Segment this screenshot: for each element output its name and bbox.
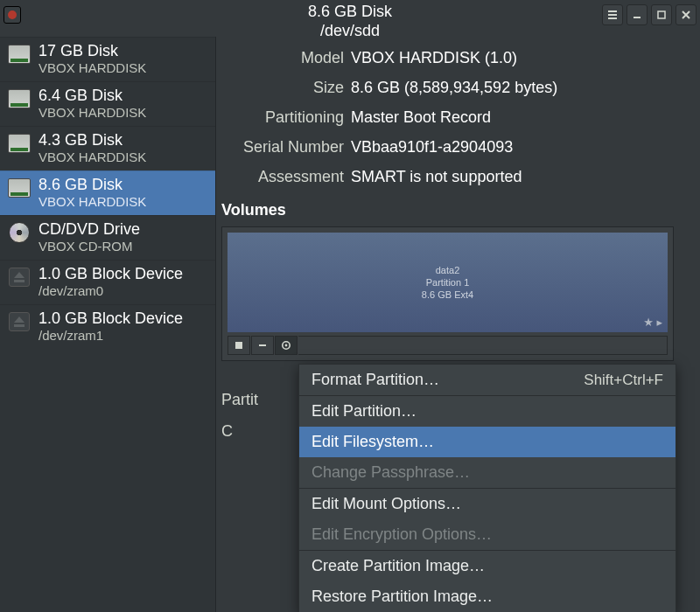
menu-label: Change Passphrase…	[312, 463, 470, 482]
volumes-box: data2 Partition 1 8.6 GB Ext4 ★ ▸	[221, 226, 674, 361]
unmount-button[interactable]	[228, 336, 250, 355]
device-item[interactable]: 6.4 GB DiskVBOX HARDDISK	[0, 81, 215, 126]
device-sub: VBOX HARDDISK	[38, 149, 146, 166]
svg-point-3	[285, 344, 288, 347]
partitioning-value: Master Boot Record	[351, 105, 674, 129]
titlebar: 8.6 GB Disk /dev/sdd	[0, 0, 700, 30]
size-value: 8.6 GB (8,589,934,592 bytes)	[351, 75, 674, 100]
device-sub: VBOX CD-ROM	[38, 238, 140, 255]
device-text: CD/DVD DriveVBOX CD-ROM	[38, 220, 140, 255]
title-line1: 8.6 GB Disk	[308, 2, 392, 21]
device-title: CD/DVD Drive	[38, 220, 140, 238]
menu-restore-partition-image[interactable]: Restore Partition Image…	[299, 581, 676, 612]
eject-icon	[7, 267, 32, 288]
device-item[interactable]: CD/DVD DriveVBOX CD-ROM	[0, 215, 215, 260]
device-title: 4.3 GB Disk	[38, 131, 146, 149]
device-title: 6.4 GB Disk	[38, 87, 146, 104]
assessment-value: SMART is not supported	[351, 164, 674, 189]
eject-icon	[7, 311, 32, 332]
menu-edit-mount-options[interactable]: Edit Mount Options…	[299, 488, 676, 519]
close-button[interactable]	[676, 4, 696, 25]
volume-options-button[interactable]	[275, 336, 298, 355]
device-item[interactable]: 4.3 GB DiskVBOX HARDDISK	[0, 126, 215, 170]
toolbar-spacer	[298, 336, 668, 355]
hdd-icon	[7, 133, 32, 154]
cd-icon	[7, 222, 32, 243]
size-label: Size	[221, 75, 344, 100]
menu-edit-encryption-options: Edit Encryption Options…	[299, 519, 676, 550]
drive-properties: Model VBOX HARDDISK (1.0) Size 8.6 GB (8…	[221, 45, 674, 189]
delete-button[interactable]	[251, 336, 274, 355]
device-text: 8.6 GB DiskVBOX HARDDISK	[38, 176, 146, 211]
partitioning-label: Partitioning	[221, 105, 344, 129]
device-title: 1.0 GB Block Device	[38, 309, 183, 327]
device-sub: VBOX HARDDISK	[38, 59, 146, 77]
star-icon: ★ ▸	[643, 316, 662, 329]
menu-edit-filesystem[interactable]: Edit Filesystem…	[299, 427, 676, 457]
device-title: 8.6 GB Disk	[38, 176, 146, 193]
hdd-icon	[7, 44, 32, 65]
device-item[interactable]: 1.0 GB Block Device/dev/zram1	[0, 304, 215, 349]
volume-partition: Partition 1	[426, 276, 470, 289]
svg-rect-1	[235, 342, 242, 349]
menu-create-partition-image[interactable]: Create Partition Image…	[299, 550, 676, 581]
model-label: Model	[221, 45, 344, 70]
serial-label: Serial Number	[221, 135, 344, 159]
volume-block[interactable]: data2 Partition 1 8.6 GB Ext4 ★ ▸	[228, 233, 668, 332]
device-sub: /dev/zram1	[38, 327, 183, 344]
device-text: 6.4 GB DiskVBOX HARDDISK	[38, 87, 146, 122]
window-title: 8.6 GB Disk /dev/sdd	[308, 2, 392, 40]
device-item[interactable]: 8.6 GB DiskVBOX HARDDISK	[0, 170, 215, 215]
model-value: VBOX HARDDISK (1.0)	[351, 45, 674, 70]
device-sub: VBOX HARDDISK	[38, 104, 146, 122]
minimize-icon	[632, 10, 642, 20]
device-item[interactable]: 1.0 GB Block Device/dev/zram0	[0, 260, 215, 304]
hdd-icon	[7, 177, 32, 198]
svg-rect-0	[658, 11, 665, 18]
device-list: 17 GB DiskVBOX HARDDISK6.4 GB DiskVBOX H…	[0, 37, 216, 612]
minus-icon	[258, 341, 267, 350]
drive-menu-button[interactable]	[602, 4, 623, 25]
minimize-button[interactable]	[626, 4, 648, 25]
hdd-icon	[7, 88, 32, 109]
device-text: 4.3 GB DiskVBOX HARDDISK	[38, 131, 146, 166]
hamburger-icon	[607, 10, 618, 20]
close-icon	[681, 10, 691, 20]
menu-label: Create Partition Image…	[312, 557, 485, 575]
volume-options-menu: Format Partition… Shift+Ctrl+F Edit Part…	[298, 364, 676, 612]
device-title: 17 GB Disk	[38, 42, 146, 59]
menu-label: Edit Encryption Options…	[312, 525, 492, 544]
contents-label-cut: C	[221, 415, 291, 447]
menu-format-partition[interactable]: Format Partition… Shift+Ctrl+F	[299, 365, 676, 395]
volume-toolbar	[228, 336, 668, 355]
volumes-header: Volumes	[221, 201, 674, 219]
menu-label: Edit Mount Options…	[312, 495, 461, 513]
menu-change-passphrase: Change Passphrase…	[299, 457, 676, 488]
gear-icon	[281, 340, 291, 351]
menu-label: Format Partition…	[312, 371, 439, 389]
stop-icon	[234, 341, 243, 350]
record-icon	[8, 10, 17, 19]
volume-size-fs: 8.6 GB Ext4	[422, 289, 473, 301]
device-text: 1.0 GB Block Device/dev/zram0	[38, 265, 183, 300]
menu-label: Edit Filesystem…	[312, 433, 434, 451]
volume-name: data2	[436, 264, 460, 276]
assessment-label: Assessment	[221, 164, 344, 189]
device-title: 1.0 GB Block Device	[38, 265, 183, 282]
device-text: 1.0 GB Block Device/dev/zram1	[38, 309, 183, 344]
menu-label: Edit Partition…	[312, 402, 416, 421]
device-sub: /dev/zram0	[38, 282, 183, 300]
device-sub: VBOX HARDDISK	[38, 193, 146, 211]
maximize-icon	[656, 10, 667, 20]
partition-type-label-cut: Partit	[221, 384, 291, 415]
maximize-button[interactable]	[651, 4, 672, 25]
menu-label: Restore Partition Image…	[312, 588, 493, 606]
serial-value: VBbaa910f1-a2904093	[351, 135, 674, 159]
device-item[interactable]: 17 GB DiskVBOX HARDDISK	[0, 37, 215, 81]
app-menu-button[interactable]	[4, 6, 21, 24]
device-text: 17 GB DiskVBOX HARDDISK	[38, 42, 146, 77]
menu-shortcut: Shift+Ctrl+F	[584, 372, 663, 389]
menu-edit-partition[interactable]: Edit Partition…	[299, 395, 676, 427]
